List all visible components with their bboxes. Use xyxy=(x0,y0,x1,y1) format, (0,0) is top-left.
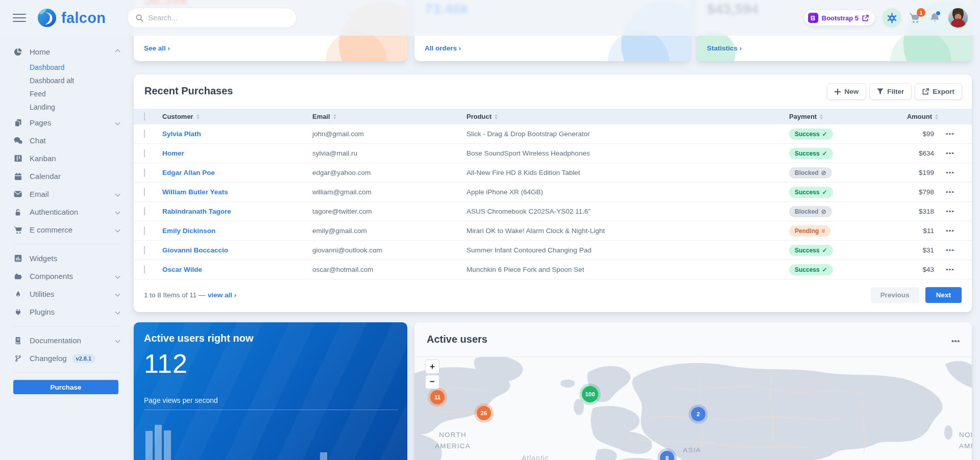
customer-link[interactable]: Homer xyxy=(162,149,312,157)
map-marker[interactable]: 2 xyxy=(691,407,705,421)
row-checkbox[interactable] xyxy=(144,188,145,196)
sidebar-item-widgets[interactable]: Widgets xyxy=(13,249,122,267)
row-checkbox[interactable] xyxy=(144,207,145,216)
sidebar-item-authentication[interactable]: Authentication xyxy=(13,203,122,221)
bootstrap-logo-icon: B xyxy=(808,13,818,23)
sidebar-item-utilities[interactable]: Utilities xyxy=(13,285,122,303)
notifications-button[interactable] xyxy=(929,12,941,24)
sidebar-item-changelog[interactable]: Changelog v2.8.1 xyxy=(13,349,122,367)
map-label-north-america: NORTH AMERICA xyxy=(414,429,491,452)
customer-link[interactable]: Edgar Allan Poe xyxy=(162,169,312,176)
sidebar-item-documentation[interactable]: Documentation xyxy=(13,331,122,349)
export-button[interactable]: Export xyxy=(915,84,962,99)
ellipsis-icon xyxy=(954,340,957,342)
column-header-product[interactable]: Product xyxy=(467,113,789,120)
map-marker[interactable]: 26 xyxy=(477,406,491,420)
table-body: Sylvia Plath john@gmail.com Slick - Drag… xyxy=(134,124,972,279)
chevron-down-icon xyxy=(115,192,120,197)
sidebar-item-pages[interactable]: Pages xyxy=(13,114,122,132)
map-marker[interactable]: 100 xyxy=(582,386,598,402)
row-checkbox[interactable] xyxy=(144,246,145,254)
next-button[interactable]: Next xyxy=(925,287,962,303)
customer-link[interactable]: Oscar Wilde xyxy=(162,266,312,273)
sidebar-item-label: Calendar xyxy=(30,172,61,181)
sidebar-item-dashboard-alt[interactable]: Dashboard alt xyxy=(13,74,122,87)
new-button[interactable]: New xyxy=(827,84,866,99)
column-header-customer[interactable]: Customer xyxy=(162,113,312,120)
customer-link[interactable]: William Butler Yeats xyxy=(162,188,312,196)
sidebar-item-plugins[interactable]: Plugins xyxy=(13,303,122,321)
row-menu-button[interactable] xyxy=(938,172,962,174)
row-menu-button[interactable] xyxy=(938,152,962,155)
chevron-down-icon xyxy=(115,227,120,233)
row-checkbox[interactable] xyxy=(144,149,145,158)
row-menu-button[interactable] xyxy=(938,249,962,251)
row-checkbox[interactable] xyxy=(144,226,145,235)
view-all-link[interactable]: view all xyxy=(208,291,236,299)
sidebar-item-feed[interactable]: Feed xyxy=(13,87,122,100)
all-orders-link[interactable]: All orders xyxy=(425,44,461,52)
customer-link[interactable]: Giovanni Boccaccio xyxy=(162,246,312,254)
sidebar-item-label: Kanban xyxy=(30,154,56,163)
column-header-amount[interactable]: Amount xyxy=(881,113,938,120)
table-row: Rabindranath Tagore tagore@twitter.com A… xyxy=(134,202,972,221)
pagination-summary: 1 to 8 Items of 11 — xyxy=(144,291,206,299)
ban-icon: ⊘ xyxy=(821,208,826,215)
card-menu-button[interactable] xyxy=(951,332,960,347)
falcon-dashboard: { "brand": { "name": "falcon" }, "navbar… xyxy=(0,0,980,460)
previous-button[interactable]: Previous xyxy=(871,287,919,303)
chevron-down-icon xyxy=(115,274,120,279)
ellipsis-icon xyxy=(949,152,951,155)
notification-dot xyxy=(936,11,941,16)
sidebar-item-components[interactable]: Components xyxy=(13,267,122,285)
customer-link[interactable]: Sylvia Plath xyxy=(162,130,312,138)
row-menu-button[interactable] xyxy=(938,133,962,135)
amount-cell: $318 xyxy=(881,208,938,215)
row-menu-button[interactable] xyxy=(938,230,962,232)
column-header-email[interactable]: Email xyxy=(312,113,467,120)
search-input[interactable] xyxy=(148,14,288,22)
row-checkbox[interactable] xyxy=(144,130,145,138)
sidebar-item-landing[interactable]: Landing xyxy=(13,100,122,114)
filter-button[interactable]: Filter xyxy=(870,84,911,99)
see-all-link[interactable]: See all xyxy=(144,44,170,52)
sort-icon xyxy=(333,114,336,119)
active-users-count: 112 xyxy=(144,348,397,379)
row-menu-button[interactable] xyxy=(938,191,962,193)
map-marker[interactable]: 11 xyxy=(430,390,445,404)
customer-link[interactable]: Rabindranath Tagore xyxy=(162,208,312,215)
select-all-checkbox[interactable] xyxy=(144,112,145,121)
customer-link[interactable]: Emily Dickinson xyxy=(162,227,312,235)
sidebar-item-chat[interactable]: Chat xyxy=(13,132,122,149)
user-avatar[interactable] xyxy=(948,8,968,28)
map-zoom-out-button[interactable]: − xyxy=(425,375,439,389)
sidebar-item-dashboard[interactable]: Dashboard xyxy=(13,61,122,74)
status-badge: Success✓ xyxy=(789,187,833,198)
lock-icon xyxy=(13,208,23,216)
map-zoom-in-button[interactable]: + xyxy=(425,360,439,374)
kanban-icon xyxy=(13,155,23,162)
sidebar-item-ecommerce[interactable]: E commerce xyxy=(13,221,122,239)
email-cell: edgar@yahoo.com xyxy=(312,169,467,176)
world-map[interactable]: NORTH AMERICA NORTH AMERICA ASIA Atlanti… xyxy=(414,357,972,460)
column-header-payment[interactable]: Payment xyxy=(789,113,881,120)
status-badge: Blocked⊘ xyxy=(789,206,832,217)
settings-button[interactable] xyxy=(883,9,901,27)
row-menu-button[interactable] xyxy=(938,211,962,213)
sidebar-item-calendar[interactable]: Calendar xyxy=(13,167,122,185)
cart-button[interactable]: 1 xyxy=(909,12,921,24)
row-checkbox[interactable] xyxy=(144,265,145,274)
row-menu-button[interactable] xyxy=(938,269,962,271)
statistics-link[interactable]: Statistics xyxy=(707,44,742,52)
plug-icon xyxy=(13,308,23,316)
purchase-button[interactable]: Purchase xyxy=(13,380,118,394)
ellipsis-icon xyxy=(949,211,951,213)
sidebar-item-email[interactable]: Email xyxy=(13,185,122,203)
sidebar-item-home[interactable]: Home xyxy=(13,43,122,61)
falcon-logo[interactable]: falcon xyxy=(37,8,106,28)
hamburger-menu-icon[interactable] xyxy=(13,14,26,22)
row-checkbox[interactable] xyxy=(144,168,145,177)
sidebar-item-kanban[interactable]: Kanban xyxy=(13,149,122,167)
recent-purchases-card: Recent Purchases New Filter Export Custo… xyxy=(134,74,972,312)
bootstrap5-badge[interactable]: B Bootstrap 5 xyxy=(804,10,875,25)
